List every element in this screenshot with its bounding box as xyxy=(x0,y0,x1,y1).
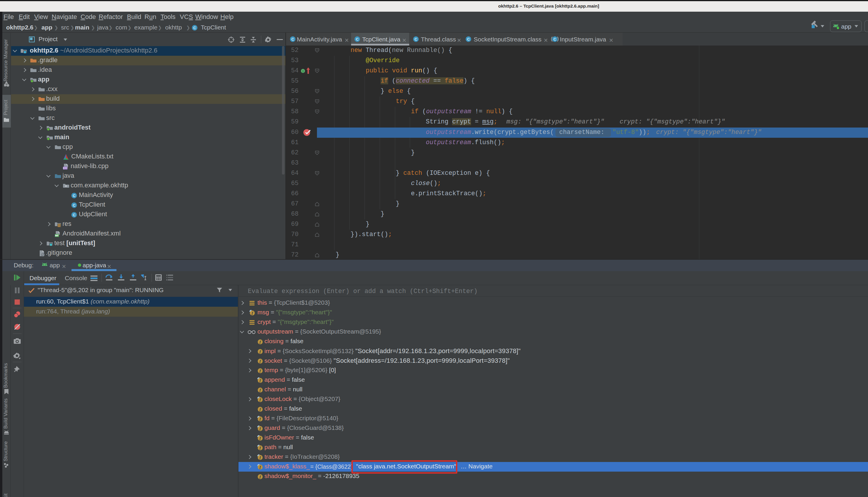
svg-text:C++: C++ xyxy=(63,167,68,170)
svg-text:C: C xyxy=(73,194,75,198)
svg-text:C: C xyxy=(291,37,294,41)
svg-text:MF: MF xyxy=(55,234,59,237)
svg-text:C: C xyxy=(73,203,75,208)
svg-text:C: C xyxy=(193,26,196,30)
svg-text:C: C xyxy=(553,37,556,41)
svg-text:C: C xyxy=(414,37,417,41)
svg-text:I: I xyxy=(302,69,303,73)
svg-text:C: C xyxy=(73,213,75,217)
svg-text:C: C xyxy=(467,37,470,41)
svg-text:C: C xyxy=(356,37,359,41)
